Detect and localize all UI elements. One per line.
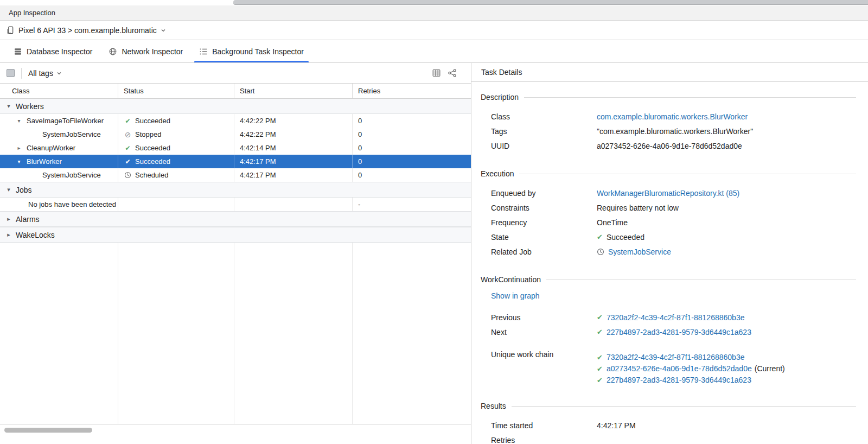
start-cell: 4:42:17 PM bbox=[234, 168, 353, 182]
status-text: Scheduled bbox=[135, 171, 168, 179]
table-view-icon[interactable] bbox=[432, 68, 441, 78]
column-header-start[interactable]: Start bbox=[234, 84, 353, 98]
retry-count: 0 bbox=[358, 157, 362, 166]
inspector-tabs: Database Inspector Network Inspector Bac… bbox=[0, 40, 868, 63]
chevron-down-icon[interactable]: ▾ bbox=[15, 158, 23, 164]
chevron-down-icon bbox=[161, 28, 166, 33]
field-label: Related Job bbox=[491, 248, 597, 256]
field-frequency: Frequency OneTime bbox=[491, 215, 856, 230]
success-check-icon: ✔ bbox=[597, 233, 603, 241]
uuid-value: a0273452-626e-4a06-9d1e-78d6d52dad0e bbox=[597, 142, 742, 150]
start-time: 4:42:17 PM bbox=[240, 171, 276, 179]
start-cell: 4:42:14 PM bbox=[234, 141, 353, 155]
field-tags: Tags "com.example.bluromatic.workers.Blu… bbox=[491, 124, 856, 138]
horizontal-scrollbar-thumb[interactable] bbox=[4, 428, 92, 433]
task-list-icon bbox=[199, 47, 208, 56]
toolbar-separator bbox=[21, 68, 22, 79]
chevron-right-icon[interactable]: ▸ bbox=[5, 231, 12, 238]
field-label: State bbox=[491, 233, 597, 242]
field-label: Tags bbox=[491, 127, 597, 136]
table-row-blurworker-selected[interactable]: ▾ BlurWorker ✔ Succeeded 4:42:17 PM 0 bbox=[0, 155, 471, 168]
retries-cell: 0 bbox=[353, 128, 471, 141]
worker-class: SystemJobService bbox=[42, 130, 101, 138]
group-label: Alarms bbox=[16, 215, 40, 224]
field-label: UUID bbox=[491, 142, 597, 150]
chevron-right-icon[interactable]: ▸ bbox=[5, 215, 12, 223]
status-text: Succeeded bbox=[135, 117, 170, 125]
success-check-icon: ✔ bbox=[124, 158, 132, 166]
related-job-link[interactable]: SystemJobService bbox=[608, 248, 671, 256]
field-label: Retries bbox=[491, 436, 597, 444]
chevron-down-icon bbox=[56, 71, 62, 76]
chevron-right-icon[interactable]: ▸ bbox=[15, 145, 23, 151]
retry-count: 0 bbox=[358, 130, 362, 138]
success-check-icon: ✔ bbox=[597, 352, 603, 363]
column-header-retries[interactable]: Retries bbox=[353, 84, 471, 98]
tab-database-inspector[interactable]: Database Inspector bbox=[5, 40, 100, 62]
field-uuid: UUID a0273452-626e-4a06-9d1e-78d6d52dad0… bbox=[491, 138, 856, 153]
next-work-link[interactable]: 227b4897-2ad3-4281-9579-3d6449c1a623 bbox=[607, 328, 751, 337]
details-title: Task Details bbox=[471, 63, 868, 82]
field-label: Enqueued by bbox=[491, 189, 597, 198]
tags-filter-dropdown[interactable]: All tags bbox=[28, 69, 62, 78]
retry-count: 0 bbox=[358, 144, 362, 152]
tab-background-task-inspector[interactable]: Background Task Inspector bbox=[191, 40, 312, 62]
start-cell: 4:42:22 PM bbox=[234, 128, 353, 141]
group-alarms[interactable]: ▸ Alarms bbox=[0, 211, 471, 227]
chevron-down-icon[interactable]: ▾ bbox=[5, 186, 12, 193]
table-row-systemjobservice-scheduled[interactable]: SystemJobService Scheduled 4:42:17 PM 0 bbox=[0, 168, 471, 182]
horizontal-scrollbar-thumb[interactable] bbox=[233, 0, 868, 5]
horizontal-scrollbar[interactable] bbox=[0, 424, 471, 444]
column-header-class[interactable]: Class bbox=[0, 84, 118, 98]
table-header: Class Status Start Retries bbox=[0, 84, 471, 99]
retries-cell: 0 bbox=[353, 114, 471, 128]
stop-inspector-icon[interactable] bbox=[7, 69, 15, 77]
previous-work-link[interactable]: 7320a2f2-4c39-4c2f-87f1-881268860b3e bbox=[607, 313, 745, 322]
chain-suffix: (Current) bbox=[755, 364, 785, 374]
tab-label: Network Inspector bbox=[122, 47, 183, 56]
enqueued-by-link[interactable]: WorkManagerBluromaticRepository.kt (85) bbox=[597, 189, 739, 198]
field-state: State ✔ Succeeded bbox=[491, 230, 856, 244]
show-in-graph-link[interactable]: Show in graph bbox=[491, 291, 540, 300]
status-text: Succeeded bbox=[135, 157, 170, 166]
table-row-cleanupworker[interactable]: ▸ CleanupWorker ✔ Succeeded 4:42:14 PM 0 bbox=[0, 141, 471, 155]
table-row-systemjobservice[interactable]: SystemJobService ⊘ Stopped 4:42:22 PM 0 bbox=[0, 128, 471, 141]
tab-network-inspector[interactable]: Network Inspector bbox=[100, 40, 191, 62]
time-started-value: 4:42:17 PM bbox=[597, 421, 636, 430]
retries-cell: 0 bbox=[353, 141, 471, 155]
field-label: Constraints bbox=[491, 204, 597, 212]
group-wakelocks[interactable]: ▸ WakeLocks bbox=[0, 227, 471, 243]
chain-work-link[interactable]: 227b4897-2ad3-4281-9579-3d6449c1a623 bbox=[607, 375, 751, 385]
worker-class: SystemJobService bbox=[42, 171, 101, 179]
chevron-down-icon[interactable]: ▾ bbox=[5, 103, 12, 110]
start-time: 4:42:17 PM bbox=[240, 157, 276, 166]
chain-item-current: ✔ a0273452-626e-4a06-9d1e-78d6d52dad0e (… bbox=[597, 364, 785, 374]
table-row-saveimagetofileworker[interactable]: ▾ SaveImageToFileWorker ✔ Succeeded 4:42… bbox=[0, 114, 471, 128]
chevron-down-icon[interactable]: ▾ bbox=[15, 118, 23, 124]
state-value: Succeeded bbox=[607, 233, 644, 242]
main-split: All tags bbox=[0, 63, 868, 444]
start-time: 4:42:14 PM bbox=[240, 144, 276, 152]
device-selector[interactable]: Pixel 6 API 33 > com.example.bluromatic bbox=[0, 21, 868, 40]
retry-count: - bbox=[358, 200, 360, 208]
retries-cell: 0 bbox=[353, 155, 471, 168]
column-header-status[interactable]: Status bbox=[118, 84, 234, 98]
section-heading: Execution bbox=[481, 169, 514, 178]
graph-view-icon[interactable] bbox=[448, 68, 457, 78]
device-label: Pixel 6 API 33 > com.example.bluromatic bbox=[18, 26, 157, 35]
class-link[interactable]: com.example.bluromatic.workers.BlurWorke… bbox=[597, 112, 748, 121]
chain-work-link[interactable]: a0273452-626e-4a06-9d1e-78d6d52dad0e bbox=[607, 364, 752, 374]
group-label: Jobs bbox=[16, 186, 32, 194]
group-jobs[interactable]: ▾ Jobs bbox=[0, 182, 471, 198]
worker-class: SaveImageToFileWorker bbox=[27, 117, 104, 125]
chain-work-link[interactable]: 7320a2f2-4c39-4c2f-87f1-881268860b3e bbox=[607, 352, 745, 363]
table-row-no-jobs: No jobs have been detected - bbox=[0, 198, 471, 211]
success-check-icon: ✔ bbox=[597, 364, 603, 374]
success-check-icon: ✔ bbox=[597, 375, 603, 385]
group-workers[interactable]: ▾ Workers bbox=[0, 99, 471, 114]
field-label: Class bbox=[491, 112, 597, 121]
field-related-job: Related Job SystemJobService bbox=[491, 244, 856, 259]
section-execution: Execution bbox=[481, 168, 856, 179]
field-unique-work-chain: Unique work chain ✔ 7320a2f2-4c39-4c2f-8… bbox=[491, 350, 856, 385]
status-cell: ⊘ Stopped bbox=[118, 128, 234, 141]
